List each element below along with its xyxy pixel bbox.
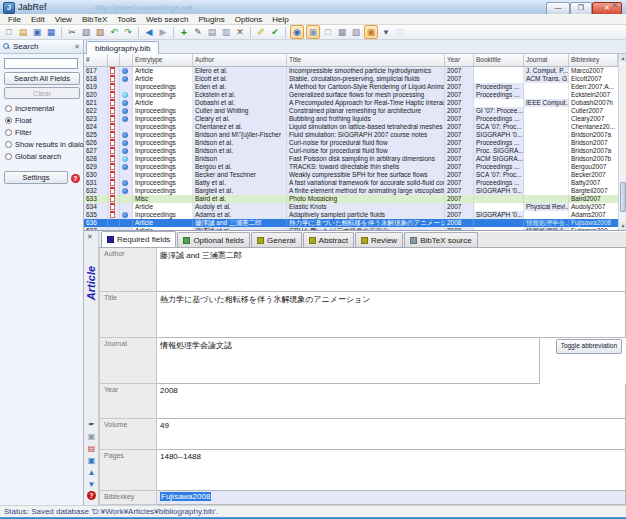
open-folder-icon[interactable]: ▧	[350, 26, 362, 38]
back-icon[interactable]: ◀	[143, 26, 155, 38]
url-icon[interactable]	[122, 140, 128, 146]
open-pdf-icon[interactable]: ▤	[86, 443, 97, 454]
field-input-volume[interactable]: 49	[157, 419, 626, 450]
column-header-Booktitle[interactable]: Booktitle	[474, 54, 524, 66]
undo-icon[interactable]: ↶	[108, 26, 120, 38]
search-help-icon[interactable]: ?	[71, 174, 80, 183]
help-icon[interactable]: ?	[87, 491, 96, 500]
column-header-Author[interactable]: Author	[193, 54, 287, 66]
redo-icon[interactable]: ↷	[122, 26, 134, 38]
url-icon[interactable]	[122, 188, 128, 194]
previous-entry-icon[interactable]: ▲	[86, 467, 97, 478]
settings-button[interactable]: Settings	[4, 171, 68, 184]
fetcher-dropdown-icon[interactable]: ▾	[380, 26, 392, 38]
column-header-Journal[interactable]: Journal	[524, 54, 569, 66]
toggle-search-icon[interactable]: ◉	[290, 25, 304, 39]
generate-key-icon[interactable]: ✒	[86, 419, 97, 430]
menu-view[interactable]: View	[50, 14, 77, 25]
url-icon[interactable]	[122, 100, 128, 106]
mark-entries-icon[interactable]: ✐	[255, 26, 267, 38]
table-row[interactable]: 623InproceedingsCleary et al.Bubbling an…	[84, 115, 618, 123]
push-to-application-icon[interactable]: ▦	[336, 26, 348, 38]
editor-tab-review[interactable]: Review	[355, 232, 403, 247]
new-database-icon[interactable]: □	[3, 26, 15, 38]
pdf-icon[interactable]	[110, 115, 115, 122]
menu-edit[interactable]: Edit	[26, 14, 50, 25]
doi-icon[interactable]	[122, 156, 128, 162]
menu-plugins[interactable]: Plugins	[193, 14, 229, 25]
url-icon[interactable]	[122, 180, 128, 186]
pdf-icon[interactable]	[110, 187, 115, 194]
table-row[interactable]: 631InproceedingsBatty et al.A fast varia…	[84, 179, 618, 187]
toolbar-close-icon[interactable]: ✕	[611, 1, 618, 10]
pdf-icon[interactable]	[110, 131, 115, 138]
table-row[interactable]: 634ArticleAudoly et al.Elastic Knots2007…	[84, 203, 618, 211]
editor-tab-required-fields[interactable]: Required fields	[101, 231, 176, 247]
url-icon[interactable]	[122, 68, 128, 74]
search-mode-float[interactable]: Float	[5, 115, 32, 125]
disabled-tool-icon[interactable]: □	[394, 26, 406, 38]
open-database-icon[interactable]: ▤	[17, 26, 29, 38]
table-row[interactable]: 627InproceedingsBridson et al.Curl-noise…	[84, 147, 618, 155]
url-icon[interactable]	[122, 132, 128, 138]
next-entry-icon[interactable]: ▼	[86, 479, 97, 490]
search-panel-tab[interactable]: Search ✕	[0, 40, 83, 54]
column-header-icon[interactable]	[108, 54, 120, 66]
edit-strings-icon[interactable]: ▥	[220, 26, 232, 38]
url-icon[interactable]	[122, 212, 128, 218]
edit-preamble-icon[interactable]: ▤	[206, 26, 218, 38]
table-row[interactable]: 617ArticleEllero et al.Incompressible sm…	[84, 67, 618, 75]
column-header-Title[interactable]: Title	[287, 54, 445, 66]
column-header-Bibtexkey[interactable]: Bibtexkey	[569, 54, 618, 66]
editor-tab-bibtex-source[interactable]: BibTeX source	[404, 232, 478, 247]
table-row[interactable]: 622InproceedingsCutler and WhitingConstr…	[84, 107, 618, 115]
menu-web-search[interactable]: Web search	[141, 14, 194, 25]
delete-entry-icon[interactable]: ✕	[234, 26, 246, 38]
pdf-icon[interactable]	[110, 163, 115, 170]
pdf-icon[interactable]	[110, 83, 115, 90]
scroll-up-icon[interactable]: ▲	[619, 54, 626, 62]
table-row[interactable]: 626InproceedingsBridson et al.Curl-noise…	[84, 139, 618, 147]
menu-tools[interactable]: Tools	[112, 14, 141, 25]
edit-entry-icon[interactable]: ✎	[192, 26, 204, 38]
table-row[interactable]: 632InproceedingsBargteil et al.A finite …	[84, 187, 618, 195]
search-input[interactable]	[4, 58, 78, 69]
save-database-icon[interactable]: ▣	[31, 26, 43, 38]
pdf-icon[interactable]	[110, 147, 115, 154]
field-input-journal[interactable]: 情報処理学会論文誌	[157, 338, 540, 384]
entry-editor-close-icon[interactable]: ✕	[87, 233, 93, 241]
menu-file[interactable]: File	[3, 14, 26, 25]
scrollbar-thumb[interactable]	[620, 182, 626, 212]
tab-bibliography[interactable]: bibliography.bib	[86, 41, 159, 55]
search-mode-incremental[interactable]: Incremental	[5, 103, 54, 113]
pdf-icon[interactable]	[110, 67, 115, 74]
editor-tab-general[interactable]: General	[251, 232, 301, 247]
search-mode-show-results-in-dialog[interactable]: Show results in dialog	[5, 139, 88, 149]
write-xmp-icon[interactable]: ▣	[86, 431, 97, 442]
table-row[interactable]: 625InproceedingsBridson and M\"{u}ller-F…	[84, 131, 618, 139]
cut-icon[interactable]: ✂	[66, 26, 78, 38]
menu-options[interactable]: Options	[230, 14, 268, 25]
table-row[interactable]: 635InproceedingsAdams et al.Adaptively s…	[84, 211, 618, 219]
search-all-fields-button[interactable]: Search All Fields	[4, 72, 80, 85]
pdf-icon[interactable]	[110, 75, 115, 82]
editor-tab-abstract[interactable]: Abstract	[303, 232, 354, 247]
table-row[interactable]: 621ArticleDobashi et al.A Precomputed Ap…	[84, 99, 618, 107]
table-row[interactable]: 636Article藤澤誠 and 三浦憲二郎熱力学に基づいた相転移を伴う氷解現…	[84, 219, 618, 227]
copy-icon[interactable]: ▧	[80, 26, 92, 38]
url-icon[interactable]	[122, 148, 128, 154]
field-input-pages[interactable]: 1480--1488	[157, 450, 626, 491]
field-input-year[interactable]: 2008	[157, 384, 626, 419]
pdf-icon[interactable]	[110, 179, 115, 186]
column-header-icon[interactable]	[120, 54, 133, 66]
incremental-search-icon[interactable]: ▣	[306, 25, 320, 39]
pdf-icon[interactable]	[110, 91, 115, 98]
url-icon[interactable]	[122, 164, 128, 170]
unmark-entries-icon[interactable]: ✔	[269, 26, 281, 38]
pdf-icon[interactable]	[110, 107, 115, 114]
toggle-abbreviation-button[interactable]: Toggle abbreviation	[556, 339, 622, 354]
table-row[interactable]: 618ArticleElcott et al.Stable, circulati…	[84, 75, 618, 83]
search-mode-global-search[interactable]: Global search	[5, 151, 61, 161]
pdf-icon[interactable]	[110, 139, 115, 146]
column-header-Entrytype[interactable]: Entrytype	[133, 54, 193, 66]
